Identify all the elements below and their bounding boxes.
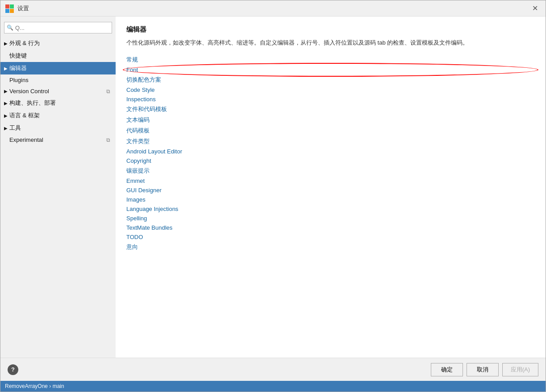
svg-rect-0: [5, 4, 9, 8]
settings-window: 设置 ✕ 🔍 ▶外观 & 行为快捷键▶编辑器Plugins▶Version Co…: [0, 0, 546, 392]
footer-right: 确定 取消 应用(A): [431, 363, 538, 376]
nav-item-emmet[interactable]: Emmet: [126, 176, 535, 186]
nav-item-gui-designer[interactable]: GUI Designer: [126, 186, 535, 195]
nav-item-code-style[interactable]: Code Style: [126, 85, 535, 95]
sidebar-item-appearance[interactable]: ▶外观 & 行为: [0, 37, 116, 50]
sidebar-item-label: Experimental: [9, 136, 43, 143]
nav-item-images[interactable]: Images: [126, 195, 535, 204]
nav-item-inspections[interactable]: Inspections: [126, 95, 535, 104]
nav-item-live-templates[interactable]: 代码模板: [126, 125, 535, 136]
nav-item-inlay-hints[interactable]: 镶嵌提示: [126, 165, 535, 176]
nav-item-android-layout-editor[interactable]: Android Layout Editor: [126, 147, 535, 156]
nav-item-general[interactable]: 常规: [126, 54, 535, 65]
sidebar-item-keymap[interactable]: 快捷键: [0, 50, 116, 62]
nav-item-color-scheme[interactable]: 切换配色方案: [126, 74, 535, 85]
sidebar-item-label: 快捷键: [9, 52, 27, 60]
window-title: 设置: [17, 4, 529, 12]
nav-item-file-encodings[interactable]: 文本编码: [126, 115, 535, 125]
status-text: RemoveArrayOne › main: [5, 383, 64, 389]
sidebar-item-editor[interactable]: ▶编辑器: [0, 62, 116, 74]
sidebar-item-version-control[interactable]: ▶Version Control⧉: [0, 86, 116, 97]
sidebar-items: ▶外观 & 行为快捷键▶编辑器Plugins▶Version Control⧉▶…: [0, 37, 116, 145]
sidebar-item-label: 构建、执行、部署: [9, 99, 56, 107]
chevron-right-icon: ▶: [4, 41, 8, 46]
sidebar-item-label: 工具: [9, 124, 21, 132]
chevron-right-icon: ▶: [4, 101, 8, 106]
search-icon: 🔍: [7, 25, 13, 31]
nav-item-spelling[interactable]: Spelling: [126, 214, 535, 223]
svg-rect-2: [5, 9, 9, 13]
dialog-body: 🔍 ▶外观 & 行为快捷键▶编辑器Plugins▶Version Control…: [0, 17, 546, 358]
sidebar-item-label: Version Control: [9, 88, 49, 95]
search-box[interactable]: 🔍: [4, 22, 112, 33]
sidebar-item-label: 外观 & 行为: [9, 39, 40, 47]
sidebar-item-tools[interactable]: ▶工具: [0, 122, 116, 134]
ok-button[interactable]: 确定: [431, 363, 463, 376]
sidebar-item-build[interactable]: ▶构建、执行、部署: [0, 97, 116, 109]
section-description: 个性化源码外观，如改变字体、高亮样式、缩进等。自定义编辑器，从行号、插入符位置以…: [126, 38, 535, 47]
nav-item-language-injections[interactable]: Language Injections: [126, 204, 535, 214]
title-bar: 设置 ✕: [0, 0, 546, 17]
nav-list: 常规Font切换配色方案Code StyleInspections文件和代码模板…: [126, 54, 535, 252]
main-content: 编辑器 个性化源码外观，如改变字体、高亮样式、缩进等。自定义编辑器，从行号、插入…: [116, 17, 546, 358]
chevron-right-icon: ▶: [4, 113, 8, 118]
nav-item-font[interactable]: Font: [126, 65, 535, 74]
chevron-right-icon: ▶: [4, 66, 8, 71]
sidebar-item-label: 语言 & 框架: [9, 111, 40, 120]
apply-button[interactable]: 应用(A): [502, 363, 538, 376]
nav-item-file-types[interactable]: 文件类型: [126, 136, 535, 147]
svg-rect-3: [10, 9, 14, 13]
nav-item-file-code-templates[interactable]: 文件和代码模板: [126, 104, 535, 115]
chevron-right-icon: ▶: [4, 126, 8, 131]
sidebar-item-language[interactable]: ▶语言 & 框架: [0, 109, 116, 122]
status-bar: RemoveArrayOne › main: [0, 381, 546, 392]
sidebar-item-label: 编辑器: [9, 64, 27, 72]
chevron-right-icon: ▶: [4, 89, 8, 94]
svg-rect-1: [10, 4, 14, 8]
section-title: 编辑器: [126, 25, 535, 34]
cancel-button[interactable]: 取消: [467, 363, 499, 376]
dialog-footer: ? 确定 取消 应用(A): [0, 358, 546, 381]
footer-left: ?: [8, 364, 18, 375]
copy-icon: ⧉: [106, 88, 110, 95]
sidebar: 🔍 ▶外观 & 行为快捷键▶编辑器Plugins▶Version Control…: [0, 17, 116, 358]
sidebar-item-experimental[interactable]: Experimental⧉: [0, 134, 116, 145]
help-button[interactable]: ?: [8, 364, 18, 375]
search-input[interactable]: [4, 22, 112, 33]
nav-item-todo[interactable]: TODO: [126, 232, 535, 242]
sidebar-item-plugins[interactable]: Plugins: [0, 74, 116, 86]
nav-item-intention[interactable]: 意向: [126, 242, 535, 252]
close-button[interactable]: ✕: [529, 2, 541, 15]
app-icon: [5, 4, 14, 13]
sidebar-item-label: Plugins: [9, 77, 29, 83]
copy-icon: ⧉: [106, 137, 110, 143]
nav-item-copyright[interactable]: Copyright: [126, 156, 535, 165]
nav-item-textmate-bundles[interactable]: TextMate Bundles: [126, 223, 535, 232]
